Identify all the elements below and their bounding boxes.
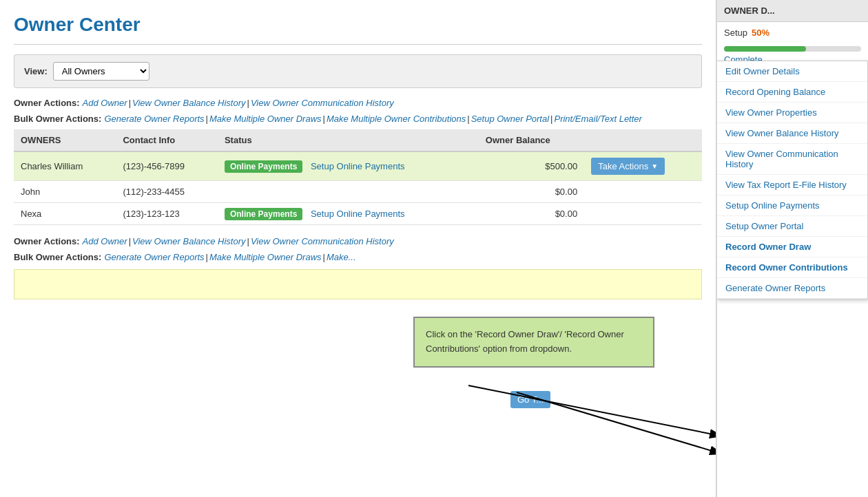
owner-contact: (123)-456-7899: [116, 151, 218, 181]
table-row: Nexa (123)-123-123 Online Payments Setup…: [14, 203, 702, 225]
owner-contact: (123)-123-123: [116, 203, 218, 225]
dropdown-record-opening-balance[interactable]: Record Opening Balance: [717, 82, 867, 103]
col-balance: Owner Balance: [479, 129, 584, 151]
sidebar: OWNER D... Setup 50% Complete paid auto.…: [716, 0, 868, 497]
page-title: Owner Center: [14, 14, 702, 36]
owner-name: Charles William: [14, 151, 116, 181]
online-payments-badge: Online Payments: [225, 160, 302, 173]
view-balance-history-link-bottom[interactable]: View Owner Balance History: [132, 236, 246, 246]
view-communication-history-link-bottom[interactable]: View Owner Communication History: [251, 236, 394, 246]
callout-box: Click on the 'Record Owner Draw'/ 'Recor…: [413, 317, 654, 368]
dropdown-record-owner-draw[interactable]: Record Owner Draw: [717, 237, 867, 257]
view-bar: View: All Owners Active Owners Inactive …: [14, 54, 702, 88]
dropdown-view-tax-report[interactable]: View Tax Report E-File History: [717, 175, 867, 195]
dropdown-setup-online-payments[interactable]: Setup Online Payments: [717, 195, 867, 216]
owner-action-links-bottom: Add Owner | View Owner Balance History |…: [83, 236, 394, 246]
multiple-contributions-link[interactable]: Make Multiple Owner Contributions: [327, 114, 466, 124]
sidebar-setup-row: Setup 50%: [717, 22, 868, 43]
multiple-contributions-link-bottom[interactable]: Make...: [327, 252, 356, 262]
callout-text: Click on the 'Record Owner Draw'/ 'Recor…: [426, 329, 624, 354]
table-row: Charles William (123)-456-7899 Online Pa…: [14, 151, 702, 181]
take-actions-button[interactable]: Take Actions ▼: [591, 158, 665, 175]
yellow-bar: [14, 269, 702, 299]
owner-name: Nexa: [14, 203, 116, 225]
setup-online-payments-link[interactable]: Setup Online Payments: [311, 209, 405, 219]
bulk-actions-bottom-label: Bulk Owner Actions:: [14, 252, 101, 262]
bulk-action-links-bottom: Generate Owner Reports | Make Multiple O…: [104, 252, 355, 262]
owner-balance: $0.00: [479, 181, 584, 203]
setup-percent: 50%: [752, 28, 769, 38]
bulk-action-links: Generate Owner Reports | Make Multiple O…: [104, 114, 642, 124]
dropdown-setup-owner-portal[interactable]: Setup Owner Portal: [717, 216, 867, 237]
svg-line-0: [468, 385, 716, 436]
print-email-link[interactable]: Print/Email/Text Letter: [554, 114, 641, 124]
multiple-draws-link[interactable]: Make Multiple Owner Draws: [209, 114, 322, 124]
actions-cell: [584, 203, 702, 225]
owner-actions-bottom-label: Owner Actions:: [14, 236, 80, 246]
actions-cell: [584, 181, 702, 203]
col-owners: OWNERS: [14, 129, 116, 151]
view-label: View:: [24, 66, 48, 76]
view-communication-history-link[interactable]: View Owner Communication History: [251, 98, 394, 108]
take-actions-dropdown: Edit Owner Details Record Opening Balanc…: [716, 61, 868, 299]
add-owner-link[interactable]: Add Owner: [83, 98, 127, 108]
callout-container: Click on the 'Record Owner Draw'/ 'Recor…: [413, 317, 654, 368]
generate-reports-link-bottom[interactable]: Generate Owner Reports: [104, 252, 204, 262]
owner-actions-label: Owner Actions:: [14, 98, 80, 108]
title-divider: [14, 44, 702, 45]
dropdown-record-owner-contributions[interactable]: Record Owner Contributions: [717, 257, 867, 278]
owners-table: OWNERS Contact Info Status Owner Balance…: [14, 129, 702, 225]
progress-bar: [724, 46, 861, 52]
view-balance-history-link[interactable]: View Owner Balance History: [132, 98, 246, 108]
owner-status: [218, 181, 479, 203]
bulk-actions-label: Bulk Owner Actions:: [14, 114, 101, 124]
sidebar-header: OWNER D...: [717, 0, 868, 22]
setup-portal-link[interactable]: Setup Owner Portal: [471, 114, 549, 124]
setup-label: Setup: [724, 28, 747, 38]
table-row: John (112)-233-4455 $0.00: [14, 181, 702, 203]
bulk-actions-row: Bulk Owner Actions: Generate Owner Repor…: [14, 114, 702, 124]
owner-balance: $0.00: [479, 203, 584, 225]
col-actions: [584, 129, 702, 151]
progress-bar-fill: [724, 46, 806, 52]
go-to-button[interactable]: Go T...: [510, 391, 550, 408]
owner-balance: $500.00: [479, 151, 584, 181]
owner-status: Online Payments Setup Online Payments: [218, 203, 479, 225]
setup-online-payments-link[interactable]: Setup Online Payments: [311, 161, 405, 171]
dropdown-view-owner-properties[interactable]: View Owner Properties: [717, 103, 867, 123]
dropdown-arrow-icon: ▼: [651, 162, 658, 170]
bulk-actions-bottom-row: Bulk Owner Actions: Generate Owner Repor…: [14, 252, 702, 262]
generate-reports-link[interactable]: Generate Owner Reports: [104, 114, 204, 124]
view-select[interactable]: All Owners Active Owners Inactive Owners: [53, 62, 149, 81]
owner-action-links: Add Owner | View Owner Balance History |…: [83, 98, 394, 108]
owner-status: Online Payments Setup Online Payments: [218, 151, 479, 181]
owner-name: John: [14, 181, 116, 203]
owner-actions-row: Owner Actions: Add Owner | View Owner Ba…: [14, 98, 702, 108]
owner-contact: (112)-233-4455: [116, 181, 218, 203]
dropdown-view-balance-history[interactable]: View Owner Balance History: [717, 123, 867, 144]
online-payments-badge: Online Payments: [225, 208, 302, 220]
add-owner-link-bottom[interactable]: Add Owner: [83, 236, 127, 246]
actions-cell: Take Actions ▼: [584, 151, 702, 181]
col-contact: Contact Info: [116, 129, 218, 151]
dropdown-view-communication-history[interactable]: View Owner Communication History: [717, 144, 867, 175]
dropdown-edit-owner-details[interactable]: Edit Owner Details: [717, 61, 867, 82]
owner-actions-bottom-row: Owner Actions: Add Owner | View Owner Ba…: [14, 236, 702, 246]
dropdown-generate-owner-reports[interactable]: Generate Owner Reports: [717, 278, 867, 299]
multiple-draws-link-bottom[interactable]: Make Multiple Owner Draws: [209, 252, 322, 262]
col-status: Status: [218, 129, 479, 151]
